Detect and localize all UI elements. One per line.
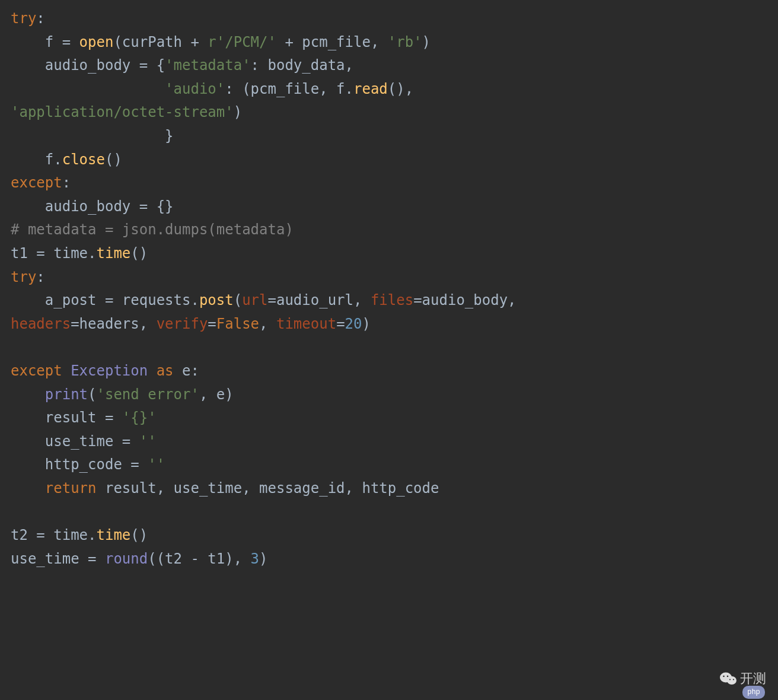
- fn-print: print: [45, 386, 88, 403]
- kw-return: return: [45, 480, 97, 497]
- svg-point-4: [729, 679, 731, 680]
- comment: # metadata = json.dumps(metadata): [11, 221, 294, 238]
- php-badge: php: [742, 686, 765, 699]
- kw-try: try: [11, 10, 36, 27]
- fn-round: round: [105, 551, 148, 567]
- svg-point-3: [727, 676, 729, 677]
- svg-point-2: [723, 676, 725, 677]
- svg-point-5: [733, 679, 734, 680]
- code-block: try: f = open(curPath + r'/PCM/' + pcm_f…: [11, 7, 767, 571]
- fn-open: open: [79, 34, 114, 50]
- kw-except: except: [11, 174, 62, 191]
- svg-point-1: [727, 676, 736, 685]
- wechat-icon: [720, 672, 736, 686]
